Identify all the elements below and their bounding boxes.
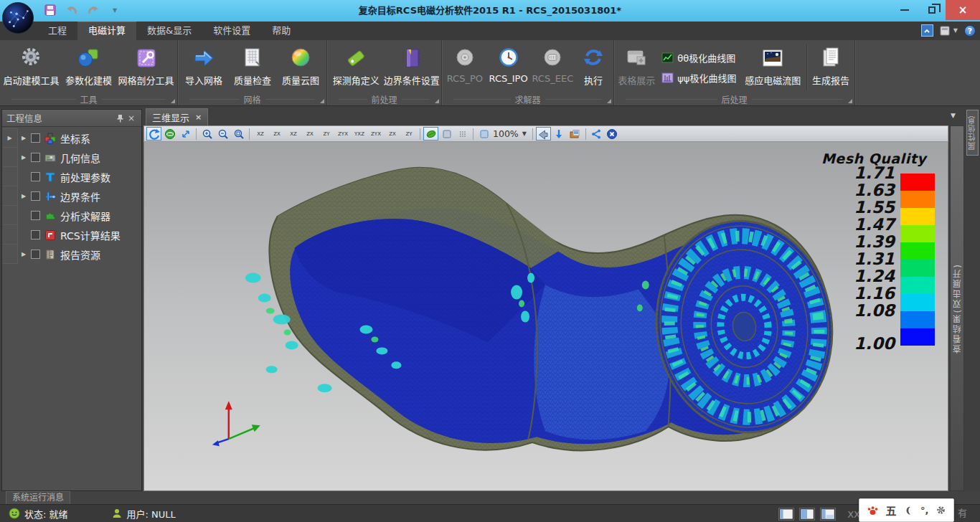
minimize-button[interactable] <box>891 0 918 20</box>
tree-item-rcs-results[interactable]: RCS计算结果 <box>2 225 141 245</box>
tree-item-checkbox[interactable] <box>31 211 40 220</box>
axis-view-button[interactable]: ZY <box>319 127 334 141</box>
tab-close-icon[interactable]: × <box>195 113 202 122</box>
tree-item-checkbox[interactable] <box>31 230 40 239</box>
probe-angle-button[interactable]: 探测角定义 <box>329 42 384 93</box>
table-display-button[interactable]: 表格展示 <box>616 42 657 93</box>
rotate-view-button[interactable] <box>146 127 161 141</box>
shaded-view-button[interactable] <box>423 127 438 141</box>
expander-icon[interactable]: ▶ <box>18 154 29 161</box>
zoom-window-button[interactable] <box>231 127 246 141</box>
expander-icon[interactable]: ▶ <box>7 135 11 141</box>
layout-left-panel-button[interactable] <box>778 508 794 521</box>
axis-view-button[interactable]: ZX <box>302 127 318 141</box>
ime-logo-paw-icon[interactable] <box>867 505 879 516</box>
zoom-out-button[interactable] <box>215 127 230 141</box>
zoom-level-select[interactable]: 100% ▼ <box>476 128 529 139</box>
menu-tab-em-compute[interactable]: 电磁计算 <box>77 22 136 40</box>
generate-report-button[interactable]: 生成报告 <box>809 42 853 93</box>
dialog-launcher-icon[interactable] <box>435 99 439 103</box>
pin-panel-button[interactable] <box>114 113 126 124</box>
axis-view-button[interactable]: ZY <box>401 127 417 141</box>
tree-item-preprocess-params[interactable]: 前处理参数 <box>2 167 141 186</box>
collapse-ribbon-button[interactable] <box>921 24 933 37</box>
axis-view-button[interactable]: ZYX <box>335 127 351 141</box>
solver-rcs-ipo-button[interactable]: RCS_IPO <box>486 42 531 93</box>
expander-icon[interactable]: ▶ <box>18 135 29 141</box>
tree-item-coordinate-system[interactable]: ▶ ▶ 坐标系 <box>2 128 141 148</box>
download-view-button[interactable] <box>552 127 567 141</box>
close-button[interactable]: × <box>946 0 980 20</box>
dialog-launcher-icon[interactable] <box>171 99 175 103</box>
ribbon-group-preprocess: 探测角定义 边界条件设置 前处理 <box>327 40 442 105</box>
tab-3d-display[interactable]: 三维显示 × <box>146 108 208 125</box>
puzzle-icon <box>44 209 56 222</box>
layout-bottom-panel-button[interactable] <box>820 508 836 521</box>
expander-icon[interactable]: ▶ <box>18 193 29 199</box>
menu-tab-help[interactable]: 帮助 <box>261 22 301 40</box>
layout-split-button[interactable] <box>799 508 815 521</box>
menu-tab-data-display[interactable]: 数据&显示 <box>136 22 202 40</box>
restore-icon <box>928 6 936 14</box>
parametric-modeling-button[interactable]: 参数化建模 <box>61 42 116 93</box>
run-refresh-icon <box>581 46 606 70</box>
dialog-launcher-icon[interactable] <box>848 99 852 103</box>
wireframe-view-button[interactable] <box>439 127 454 141</box>
ime-wubi-mode[interactable]: 五 <box>886 503 897 518</box>
ime-halfwidth-moon-icon[interactable] <box>903 506 913 516</box>
menu-tab-settings[interactable]: 软件设置 <box>202 22 261 40</box>
execute-button[interactable]: 执行 <box>575 42 612 93</box>
launch-modeling-tool-button[interactable]: 启动建模工具 <box>1 42 61 93</box>
connector-icon <box>540 46 565 70</box>
points-view-button[interactable] <box>455 127 470 141</box>
previous-view-button[interactable] <box>536 127 551 141</box>
dialog-launcher-icon[interactable] <box>607 99 611 103</box>
style-selector-button[interactable]: ▼ <box>940 26 958 36</box>
close-panel-button[interactable]: × <box>126 113 137 124</box>
tree-item-report-resources[interactable]: ▶ 报告资源 <box>2 245 141 264</box>
axis-view-button[interactable]: ZX <box>385 127 400 141</box>
tree-item-geometry-info[interactable]: ▶ 几何信息 <box>2 148 141 167</box>
property-info-collapsed-tab[interactable]: 属性信息 <box>966 110 979 156</box>
axis-view-button[interactable]: YXZ <box>352 127 367 141</box>
zoom-in-button[interactable] <box>199 127 215 141</box>
tree-item-checkbox[interactable] <box>31 250 40 259</box>
solver-rcs-eec-button[interactable]: RCS_EEC <box>530 42 575 93</box>
share-view-button[interactable] <box>589 127 604 141</box>
system-messages-tab[interactable]: 系统运行消息 <box>6 491 70 504</box>
close-view-button[interactable] <box>605 127 620 141</box>
quality-check-button[interactable]: 质量检查 <box>228 42 277 93</box>
zoom-extents-button[interactable] <box>178 127 193 141</box>
restore-button[interactable] <box>918 0 946 20</box>
expander-icon[interactable]: ▶ <box>18 251 29 257</box>
axis-view-button[interactable]: ZYX <box>368 127 384 141</box>
orbit-view-button[interactable] <box>162 127 177 141</box>
quality-cloud-button[interactable]: 质量云图 <box>277 42 324 93</box>
import-mesh-button[interactable]: 导入网格 <box>179 42 228 93</box>
boundary-condition-button[interactable]: 边界条件设置 <box>384 42 440 93</box>
tree-item-checkbox[interactable] <box>31 172 40 181</box>
axis-view-button[interactable]: ZX <box>269 127 285 141</box>
help-button[interactable]: ? <box>964 25 976 37</box>
ime-punctuation-mode[interactable]: °, <box>920 505 928 516</box>
solver-rcs-po-button[interactable]: RCS_PO <box>443 42 486 93</box>
psi-polarization-button[interactable]: ψψ极化曲线图 <box>661 71 736 85</box>
tree-item-analysis-solver[interactable]: 分析求解器 <box>2 206 141 225</box>
tree-item-checkbox[interactable] <box>31 191 40 201</box>
axis-view-button[interactable]: XZ <box>286 127 301 141</box>
theta-polarization-button[interactable]: θθ极化曲线图 <box>661 51 736 65</box>
tree-item-boundary-conditions[interactable]: ▶ 边界条件 <box>2 186 141 206</box>
dialog-launcher-icon[interactable] <box>320 99 324 103</box>
tree-item-checkbox[interactable] <box>31 153 40 162</box>
viewport-3d[interactable]: Mesh Quality 1.71 1.63 1.55 1.47 1.39 1.… <box>143 142 948 491</box>
menu-tab-project[interactable]: 工程 <box>37 22 77 40</box>
tree-item-checkbox[interactable] <box>31 133 40 143</box>
app-logo[interactable] <box>2 2 34 34</box>
snapshot-folder-button[interactable] <box>567 127 583 141</box>
view-results-collapsed-tab[interactable]: 查看结果(双击展开) <box>950 125 964 491</box>
induced-current-map-button[interactable]: 感应电磁流图 <box>740 42 804 93</box>
mesh-partition-tool-button[interactable]: 网格剖分工具 <box>116 42 176 93</box>
axis-view-button[interactable]: XZ <box>253 127 268 141</box>
tab-list-dropdown-icon[interactable]: ▼ <box>951 112 956 119</box>
ime-settings-gear-icon[interactable] <box>936 505 946 516</box>
